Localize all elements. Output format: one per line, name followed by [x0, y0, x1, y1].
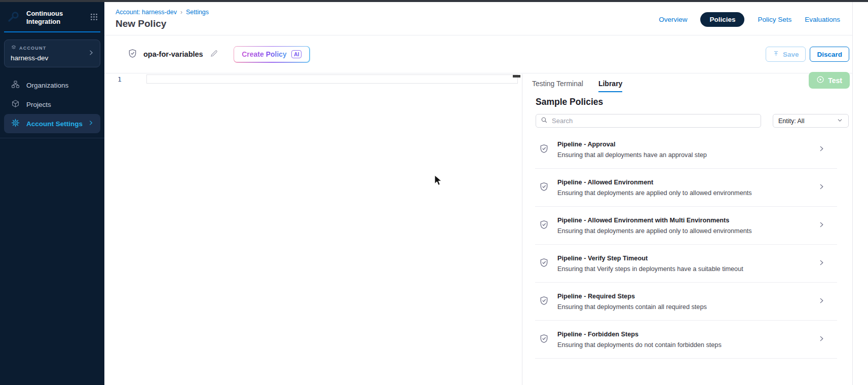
module-grid-icon[interactable] [90, 13, 98, 23]
sample-policies-heading: Sample Policies [536, 97, 852, 107]
entity-filter-value: Entity: All [778, 118, 804, 125]
tab-overview[interactable]: Overview [659, 16, 687, 23]
chevron-right-icon [818, 335, 825, 344]
account-name: harness-dev [11, 54, 94, 62]
shield-check-icon [539, 220, 549, 232]
search-input[interactable] [552, 117, 756, 125]
cube-icon [11, 99, 20, 109]
chevron-right-icon [818, 145, 825, 155]
sidebar-nav: Organizations Projects Account Settings [0, 75, 104, 133]
tab-policy-sets[interactable]: Policy Sets [758, 16, 791, 23]
list-item-pipeline-required-steps[interactable]: Pipeline - Required Steps Ensuring that … [535, 283, 837, 321]
list-item-pipeline-allowed-environment-multi[interactable]: Pipeline - Allowed Environment with Mult… [535, 207, 837, 245]
org-chart-icon [11, 80, 20, 90]
layers-icon [11, 45, 17, 52]
page-header: Account: harness-dev›Settings New Policy… [104, 2, 852, 35]
policy-toolbar: opa-for-variables Create Policy AI Save … [104, 35, 852, 73]
discard-button[interactable]: Discard [810, 47, 849, 62]
tab-policies[interactable]: Policies [700, 12, 744, 27]
policy-title: Pipeline - Required Steps [557, 293, 707, 300]
library-panel: Testing Terminal Library Test Sample Pol… [522, 74, 852, 385]
sidebar-divider [0, 138, 104, 138]
test-label: Test [828, 76, 842, 85]
minimap-slider[interactable] [513, 75, 520, 78]
shield-check-icon [539, 144, 549, 156]
policy-title: Pipeline - Allowed Environment with Mult… [557, 217, 752, 224]
policy-description: Ensuring that Verify steps in deployment… [557, 265, 743, 273]
sidebar-item-organizations[interactable]: Organizations [4, 75, 100, 95]
policy-code-editor[interactable]: 1 [104, 74, 522, 385]
sidebar-item-label: Projects [26, 101, 51, 108]
ai-badge: AI [291, 50, 302, 58]
create-policy-ai-button[interactable]: Create Policy AI [234, 46, 310, 63]
edit-name-pencil-icon[interactable] [210, 49, 218, 60]
breadcrumb-separator: › [180, 9, 182, 16]
policy-title: Pipeline - Verify Step Timeout [557, 255, 743, 262]
list-item-pipeline-allowed-environment[interactable]: Pipeline - Allowed Environment Ensuring … [535, 169, 837, 207]
harness-logo[interactable] [6, 9, 21, 26]
save-button[interactable]: Save [766, 47, 806, 62]
policy-name: opa-for-variables [143, 50, 203, 58]
sidebar-item-account-settings[interactable]: Account Settings [4, 114, 100, 133]
main-content: Account: harness-dev›Settings New Policy… [104, 2, 852, 385]
module-accent-underline [4, 31, 100, 32]
library-controls: Entity: All [536, 114, 852, 128]
save-label: Save [783, 51, 799, 58]
policy-description: Ensuring that deployments are applied on… [557, 227, 752, 235]
policy-description: Ensuring that deployments do not contain… [557, 341, 722, 349]
upload-icon [773, 50, 779, 58]
policy-title: Pipeline - Forbidden Steps [557, 331, 722, 338]
policy-title: Pipeline - Approval [557, 141, 707, 148]
mouse-cursor [434, 175, 442, 188]
tab-testing-terminal[interactable]: Testing Terminal [532, 80, 583, 92]
list-item-pipeline-forbidden-steps[interactable]: Pipeline - Forbidden Steps Ensuring that… [535, 321, 837, 359]
search-box [536, 114, 761, 128]
shield-check-icon [539, 334, 549, 345]
account-scope-label: ACCOUNT [19, 46, 46, 51]
right-rail [852, 2, 868, 385]
policy-description: Ensuring that all deployments have an ap… [557, 151, 707, 159]
sidebar-item-label: Account Settings [26, 120, 83, 128]
list-item-pipeline-approval[interactable]: Pipeline - Approval Ensuring that all de… [535, 131, 837, 169]
shield-check-icon [539, 182, 549, 194]
policy-description: Ensuring that deployments are applied on… [557, 189, 752, 197]
search-icon [541, 117, 548, 126]
chevron-right-icon [818, 221, 825, 230]
test-button[interactable]: Test [809, 72, 850, 89]
discard-label: Discard [817, 51, 842, 58]
product-title: Continuous Integration [26, 10, 73, 25]
gear-icon [11, 119, 20, 129]
editor-line-number: 1 [118, 75, 122, 83]
sidebar-item-label: Organizations [26, 82, 68, 89]
play-circle-icon [816, 75, 824, 85]
policy-description: Ensuring that deployments contain all re… [557, 303, 707, 311]
workspace: 1 Testing Terminal Library Test Sample P… [104, 74, 852, 385]
chevron-right-icon [818, 183, 825, 192]
shield-check-icon [539, 258, 549, 270]
entity-filter-select[interactable]: Entity: All [773, 114, 849, 128]
sample-policy-list: Pipeline - Approval Ensuring that all de… [535, 131, 837, 359]
tab-evaluations[interactable]: Evaluations [805, 16, 840, 23]
tab-library[interactable]: Library [598, 80, 622, 92]
sidebar: Continuous Integration ACCOUNT harness-d… [0, 2, 104, 385]
policy-title: Pipeline - Allowed Environment [557, 179, 752, 186]
policy-shield-icon [128, 49, 137, 60]
breadcrumb-account-link[interactable]: Account: harness-dev [116, 9, 177, 16]
editor-current-line[interactable] [146, 74, 518, 84]
chevron-right-icon [88, 120, 94, 128]
account-selector[interactable]: ACCOUNT harness-dev [4, 40, 100, 67]
breadcrumb-settings-link[interactable]: Settings [186, 9, 209, 16]
shield-check-icon [539, 296, 549, 307]
list-item-pipeline-verify-step-timeout[interactable]: Pipeline - Verify Step Timeout Ensuring … [535, 245, 837, 283]
chevron-right-icon [818, 259, 825, 268]
chevron-right-icon [818, 297, 825, 306]
header-tabs: Overview Policies Policy Sets Evaluation… [659, 12, 840, 27]
sidebar-item-projects[interactable]: Projects [4, 95, 100, 114]
chevron-right-icon [88, 49, 95, 58]
panel-tabs: Testing Terminal Library [532, 74, 852, 92]
chevron-down-icon [837, 117, 843, 125]
create-policy-label: Create Policy [242, 50, 287, 58]
